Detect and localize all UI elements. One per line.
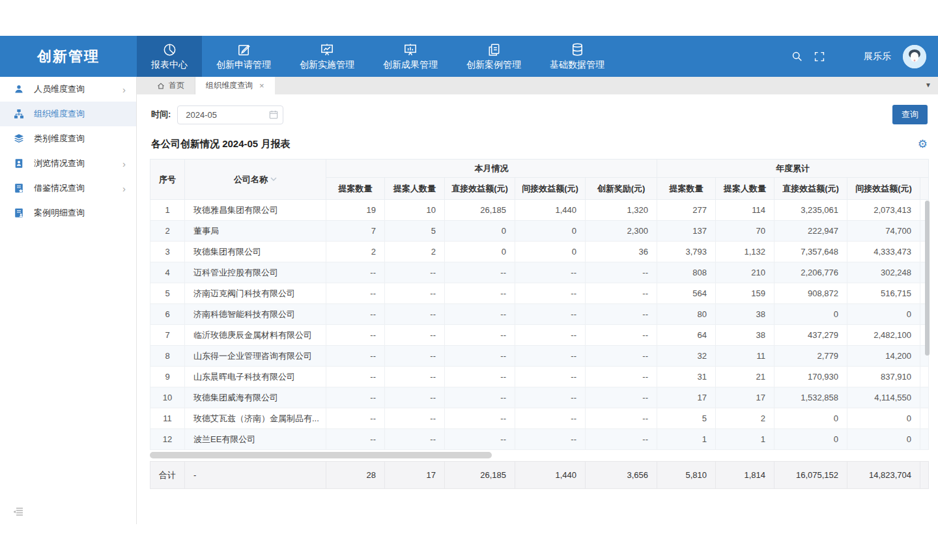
cell: 11 bbox=[716, 346, 775, 367]
total-cell: 28 bbox=[326, 462, 385, 489]
nav-item[interactable]: 创新成果管理 bbox=[369, 36, 452, 77]
collapse-sidebar-icon[interactable] bbox=[13, 507, 23, 519]
nav-item[interactable]: 创新申请管理 bbox=[202, 36, 285, 77]
table-row: 3玫德集团有限公司2200363,7931,1327,357,6484,333,… bbox=[150, 242, 929, 262]
chevron-right-icon: › bbox=[122, 84, 126, 95]
cell: 2 bbox=[326, 242, 385, 262]
cell: 玫德艾瓦兹（济南）金属制品有... bbox=[185, 408, 326, 429]
sidebar-item[interactable]: 人员维度查询› bbox=[0, 77, 136, 102]
total-cell-cutoff bbox=[920, 462, 929, 489]
sidebar-item-label: 案例明细查询 bbox=[34, 207, 85, 219]
cell-cutoff bbox=[920, 408, 929, 429]
cell: 玫德雅昌集团有限公司 bbox=[185, 200, 326, 221]
column-group-year: 年度累计 bbox=[657, 160, 929, 178]
total-cell: 1,814 bbox=[716, 462, 775, 489]
nav-item-label: 创新实施管理 bbox=[300, 59, 354, 71]
cell: 4,333,473 bbox=[847, 242, 920, 262]
nav-item-label: 创新申请管理 bbox=[216, 59, 271, 71]
cell: 3,793 bbox=[657, 242, 716, 262]
cell: 222,947 bbox=[775, 221, 847, 242]
tab[interactable]: 组织维度查询× bbox=[195, 77, 275, 94]
cell: 2,482,100 bbox=[847, 325, 920, 346]
column-header: 间接效益额(元) bbox=[847, 178, 920, 200]
sidebar-item[interactable]: 组织维度查询 bbox=[0, 102, 136, 126]
table-row: 8山东得一企业管理咨询有限公司----------32112,77914,200 bbox=[150, 346, 929, 367]
total-row: 合计-281726,1851,4403,6565,8101,81416,075,… bbox=[150, 462, 929, 489]
search-icon[interactable] bbox=[791, 51, 803, 62]
tab-label: 组织维度查询 bbox=[206, 80, 253, 91]
cell: 210 bbox=[716, 262, 775, 283]
cell: -- bbox=[586, 283, 657, 304]
horizontal-scrollbar-track bbox=[150, 452, 928, 458]
cell: -- bbox=[326, 429, 385, 450]
table-head: 序号公司名称本月情况年度累计提案数量提案人数量直接效益额(元)间接效益额(元)创… bbox=[150, 160, 929, 200]
cell: 4,114,550 bbox=[847, 387, 920, 408]
cell: 2,073,413 bbox=[847, 200, 920, 221]
horizontal-scrollbar-thumb[interactable] bbox=[150, 452, 492, 458]
main-content: 时间: 查询 各公司创新情况 2024-05 月报表 ⚙ 序号公司名称本月情况年… bbox=[137, 94, 938, 560]
cell: 0 bbox=[515, 221, 586, 242]
query-button[interactable]: 查询 bbox=[892, 105, 928, 124]
pie-chart-icon bbox=[162, 42, 177, 57]
sidebar-item[interactable]: 类别维度查询 bbox=[0, 126, 136, 151]
cell: 济南科德智能科技有限公司 bbox=[185, 304, 326, 325]
nav-item-label: 基础数据管理 bbox=[550, 59, 604, 71]
sidebar-item[interactable]: 案例明细查询 bbox=[0, 201, 136, 225]
cell: 0 bbox=[775, 304, 847, 325]
column-header: 直接效益额(元) bbox=[445, 178, 515, 200]
sort-caret-icon[interactable] bbox=[270, 174, 277, 184]
cell: 7,357,648 bbox=[775, 242, 847, 262]
tab[interactable]: 首页 bbox=[147, 77, 195, 94]
cell: 0 bbox=[847, 304, 920, 325]
column-header: 间接效益额(元) bbox=[515, 178, 586, 200]
cell: 2,779 bbox=[775, 346, 847, 367]
cell: 7 bbox=[326, 221, 385, 242]
chevron-right-icon: › bbox=[122, 158, 126, 169]
table-row: 11玫德艾瓦兹（济南）金属制品有...----------5200 bbox=[150, 408, 929, 429]
cell: 0 bbox=[847, 429, 920, 450]
documents-icon bbox=[487, 42, 502, 57]
database-icon bbox=[570, 42, 585, 57]
tabbar: 首页组织维度查询×▼ bbox=[137, 77, 938, 94]
cell: -- bbox=[385, 304, 445, 325]
cell: 137 bbox=[657, 221, 716, 242]
time-input[interactable] bbox=[177, 105, 283, 124]
column-header-company[interactable]: 公司名称 bbox=[185, 160, 326, 200]
cell: -- bbox=[385, 283, 445, 304]
total-cell: 合计 bbox=[150, 462, 185, 489]
report-table: 序号公司名称本月情况年度累计提案数量提案人数量直接效益额(元)间接效益额(元)创… bbox=[150, 159, 929, 450]
user-name[interactable]: 展乐乐 bbox=[864, 51, 891, 63]
cell: 808 bbox=[657, 262, 716, 283]
vertical-scrollbar[interactable] bbox=[925, 201, 930, 356]
sidebar-item-label: 借鉴情况查询 bbox=[34, 182, 85, 194]
total-cell: 17 bbox=[385, 462, 445, 489]
cell: -- bbox=[445, 283, 515, 304]
table-settings-gear-icon[interactable]: ⚙ bbox=[918, 139, 928, 150]
cell: -- bbox=[326, 367, 385, 387]
cell: 6 bbox=[150, 304, 185, 325]
date-input-wrap bbox=[177, 105, 283, 124]
cell: -- bbox=[385, 262, 445, 283]
cell: -- bbox=[515, 429, 586, 450]
home-icon bbox=[157, 82, 165, 90]
sidebar-item[interactable]: 浏览情况查询› bbox=[0, 151, 136, 176]
cell: -- bbox=[586, 304, 657, 325]
nav-item[interactable]: 基础数据管理 bbox=[535, 36, 619, 77]
cell: 1,440 bbox=[515, 200, 586, 221]
avatar[interactable] bbox=[903, 45, 926, 68]
calendar-icon[interactable] bbox=[269, 110, 278, 122]
nav-item[interactable]: 创新案例管理 bbox=[452, 36, 535, 77]
cell: 济南迈克阀门科技有限公司 bbox=[185, 283, 326, 304]
sidebar-item-label: 人员维度查询 bbox=[34, 83, 85, 95]
total-cell: 3,656 bbox=[586, 462, 657, 489]
cell: 5 bbox=[385, 221, 445, 242]
cell: -- bbox=[326, 325, 385, 346]
close-tab-icon[interactable]: × bbox=[259, 81, 264, 91]
fullscreen-icon[interactable] bbox=[814, 51, 825, 62]
page: 创新管理 报表中心创新申请管理创新实施管理创新成果管理创新案例管理基础数据管理 … bbox=[0, 0, 938, 560]
sidebar-item[interactable]: 借鉴情况查询› bbox=[0, 176, 136, 201]
nav-item[interactable]: 创新实施管理 bbox=[285, 36, 369, 77]
total-cell: 14,823,704 bbox=[847, 462, 920, 489]
tab-dropdown-caret-icon[interactable]: ▼ bbox=[925, 81, 931, 89]
nav-item[interactable]: 报表中心 bbox=[137, 36, 202, 77]
